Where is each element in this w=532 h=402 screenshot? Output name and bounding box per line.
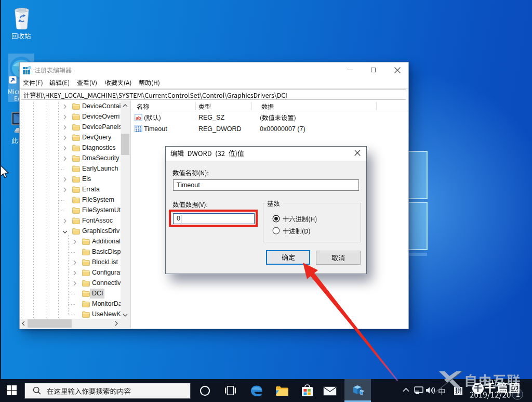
svg-text:110: 110 bbox=[136, 129, 142, 133]
svg-text:ab: ab bbox=[136, 115, 141, 121]
